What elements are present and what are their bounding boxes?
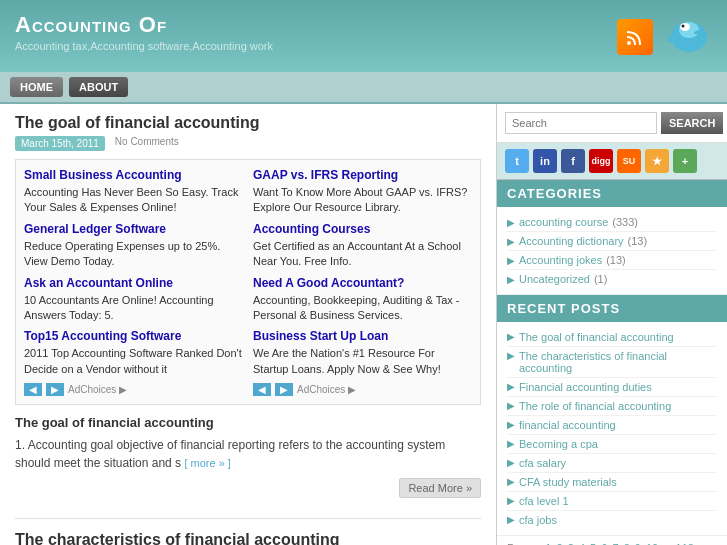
rp-arrow-8: ▶ <box>507 495 515 506</box>
ad-link-8[interactable]: Business Start Up Loan <box>253 329 472 343</box>
ad-next-right[interactable]: ▶ <box>275 383 293 396</box>
post1-meta: March 15th, 2011 No Comments <box>15 136 481 151</box>
facebook-icon[interactable]: f <box>561 149 585 173</box>
rp-arrow-9: ▶ <box>507 514 515 525</box>
categories-header: CATEGORIES <box>497 180 727 207</box>
twitter-icon[interactable]: t <box>505 149 529 173</box>
cat-count-0: (333) <box>612 216 638 228</box>
rp-label-8: cfa level 1 <box>519 495 569 507</box>
rp-arrow-1: ▶ <box>507 350 515 361</box>
recent-post-9[interactable]: ▶ cfa jobs <box>507 511 717 529</box>
post1-comments[interactable]: No Comments <box>115 136 179 151</box>
stumbleupon-icon[interactable]: SU <box>617 149 641 173</box>
ad-prev-right[interactable]: ◀ <box>253 383 271 396</box>
ad-link-4[interactable]: Top15 Accounting Software <box>24 329 243 343</box>
ad-footer-right: ◀ ▶ AdChoices ▶ <box>253 383 472 396</box>
recent-post-7[interactable]: ▶ CFA study materials <box>507 473 717 492</box>
svg-point-4 <box>682 25 685 28</box>
category-item-3[interactable]: ▶ Uncategorized (1) <box>507 270 717 288</box>
rp-arrow-2: ▶ <box>507 381 515 392</box>
rp-label-7: CFA study materials <box>519 476 617 488</box>
category-item-0[interactable]: ▶ accounting course (333) <box>507 213 717 232</box>
rp-label-1: The characteristics of financial account… <box>519 350 717 374</box>
rp-arrow-3: ▶ <box>507 400 515 411</box>
svg-point-3 <box>680 23 690 31</box>
arrow-icon-2: ▶ <box>507 255 515 266</box>
ad-link-2[interactable]: General Ledger Software <box>24 222 243 236</box>
cat-label-2: Accounting jokes <box>519 254 602 266</box>
category-item-1[interactable]: ▶ Accounting dictionary (13) <box>507 232 717 251</box>
post1-title: The goal of financial accounting <box>15 114 481 132</box>
recent-posts-header: RECENT POSTS <box>497 295 727 322</box>
site-branding: Accounting Of Accounting tax,Accounting … <box>15 12 273 52</box>
ad-text-7: Accounting, Bookkeeping, Auditing & Tax … <box>253 293 472 324</box>
ad-text-3: 10 Accountants Are Online! Accounting An… <box>24 293 243 324</box>
recent-post-5[interactable]: ▶ Becoming a cpa <box>507 435 717 454</box>
rp-arrow-5: ▶ <box>507 438 515 449</box>
ad-col-right: GAAP vs. IFRS Reporting Want To Know Mor… <box>253 168 472 396</box>
recent-post-3[interactable]: ▶ The role of financial accounting <box>507 397 717 416</box>
nav-about[interactable]: ABOUT <box>69 77 128 97</box>
ad-link-6[interactable]: Accounting Courses <box>253 222 472 236</box>
arrow-icon-0: ▶ <box>507 217 515 228</box>
sidebar: SEARCH t in f digg SU ★ + CATEGORIES ▶ a… <box>497 104 727 545</box>
recent-post-1[interactable]: ▶ The characteristics of financial accou… <box>507 347 717 378</box>
clearfix-1: Read More » <box>15 478 481 506</box>
cat-count-2: (13) <box>606 254 626 266</box>
cat-label-0: accounting course <box>519 216 608 228</box>
arrow-icon-3: ▶ <box>507 274 515 285</box>
delicious-icon[interactable]: in <box>533 149 557 173</box>
site-subtitle: Accounting tax,Accounting software,Accou… <box>15 40 273 52</box>
post1-date: March 15th, 2011 <box>15 136 105 151</box>
rp-label-9: cfa jobs <box>519 514 557 526</box>
ad-text-4: 2011 Top Accounting Software Ranked Don'… <box>24 346 243 377</box>
rp-label-4: financial accounting <box>519 419 616 431</box>
rp-arrow-0: ▶ <box>507 331 515 342</box>
rss-icon[interactable] <box>617 19 653 55</box>
ad-choices-right[interactable]: AdChoices ▶ <box>297 384 356 395</box>
recent-post-0[interactable]: ▶ The goal of financial accounting <box>507 328 717 347</box>
ad-text-6: Get Certified as an Accountant At a Scho… <box>253 239 472 270</box>
rp-label-2: Financial accounting duties <box>519 381 652 393</box>
ad-link-1[interactable]: Small Business Accounting <box>24 168 243 182</box>
main-content: The goal of financial accounting March 1… <box>0 104 497 545</box>
ad-text-2: Reduce Operating Expenses up to 25%. Vie… <box>24 239 243 270</box>
twitter-bird-icon <box>657 12 712 62</box>
ad-prev-left[interactable]: ◀ <box>24 383 42 396</box>
category-item-2[interactable]: ▶ Accounting jokes (13) <box>507 251 717 270</box>
navigation: HOME ABOUT <box>0 72 727 104</box>
rp-label-3: The role of financial accounting <box>519 400 671 412</box>
cat-count-1: (13) <box>628 235 648 247</box>
read-more-link[interactable]: [ more » ] <box>184 457 230 469</box>
search-button[interactable]: SEARCH <box>661 112 723 134</box>
ad-col-left: Small Business Accounting Accounting Has… <box>24 168 243 396</box>
ad-choices-left[interactable]: AdChoices ▶ <box>68 384 127 395</box>
site-title: Accounting Of <box>15 12 273 38</box>
add-icon[interactable]: + <box>673 149 697 173</box>
ad-text-5: Want To Know More About GAAP vs. IFRS? E… <box>253 185 472 216</box>
ad-link-5[interactable]: GAAP vs. IFRS Reporting <box>253 168 472 182</box>
ad-next-left[interactable]: ▶ <box>46 383 64 396</box>
post-divider <box>15 518 481 519</box>
digg-icon[interactable]: digg <box>589 149 613 173</box>
cat-label-3: Uncategorized <box>519 273 590 285</box>
search-box: SEARCH <box>497 104 727 143</box>
nav-home[interactable]: HOME <box>10 77 63 97</box>
rp-label-5: Becoming a cpa <box>519 438 598 450</box>
ad-text-8: We Are the Nation's #1 Resource For Star… <box>253 346 472 377</box>
recent-post-6[interactable]: ▶ cfa salary <box>507 454 717 473</box>
read-more-button[interactable]: Read More » <box>399 478 481 498</box>
post1-excerpt: 1. Accounting goal objective of financia… <box>15 436 481 472</box>
rp-arrow-7: ▶ <box>507 476 515 487</box>
rp-label-0: The goal of financial accounting <box>519 331 674 343</box>
favorites-icon[interactable]: ★ <box>645 149 669 173</box>
recent-post-4[interactable]: ▶ financial accounting <box>507 416 717 435</box>
post2-title: The characteristics of financial account… <box>15 531 481 545</box>
ad-link-7[interactable]: Need A Good Accountant? <box>253 276 472 290</box>
ad-link-3[interactable]: Ask an Accountant Online <box>24 276 243 290</box>
recent-post-8[interactable]: ▶ cfa level 1 <box>507 492 717 511</box>
search-input[interactable] <box>505 112 657 134</box>
rp-label-6: cfa salary <box>519 457 566 469</box>
site-header: Accounting Of Accounting tax,Accounting … <box>0 0 727 72</box>
recent-post-2[interactable]: ▶ Financial accounting duties <box>507 378 717 397</box>
